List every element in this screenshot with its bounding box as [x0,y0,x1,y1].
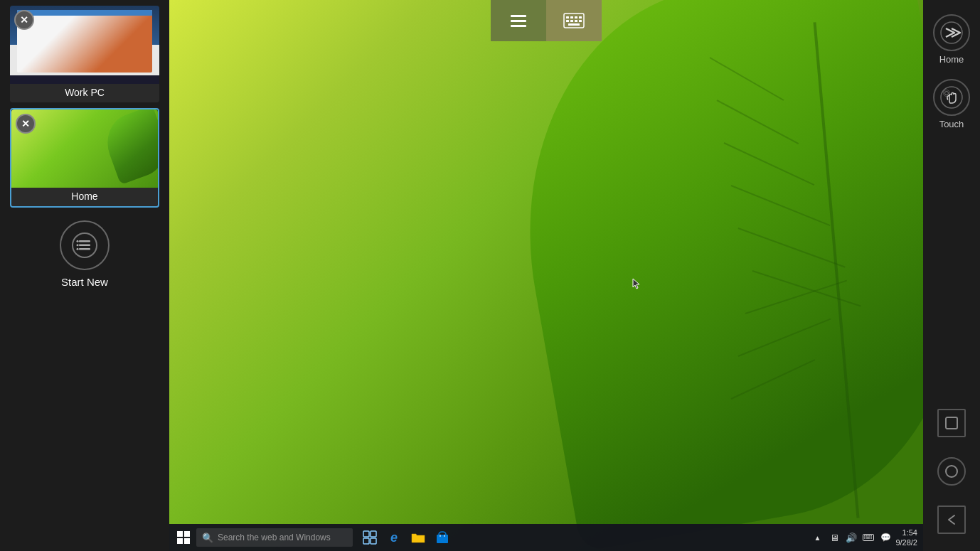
time-display: 1:54 [895,528,917,537]
explorer-icon [411,531,425,544]
svg-rect-3 [79,248,90,250]
svg-rect-10 [575,16,577,18]
session-card-home[interactable]: ✕ Home [10,108,159,208]
taskbar-apps: e [358,526,454,549]
svg-rect-1 [79,240,90,242]
svg-rect-21 [363,531,369,537]
svg-point-6 [77,248,79,250]
home-icon-circle [933,14,970,51]
home-remote-label: Home [939,54,964,65]
svg-rect-38 [946,417,957,429]
svg-rect-30 [870,535,872,537]
svg-rect-17 [177,531,183,537]
keyboard-button[interactable] [546,0,602,41]
top-toolbar [491,0,602,41]
back-nav-button[interactable] [937,505,966,534]
search-icon: 🔍 [202,533,213,543]
svg-rect-12 [566,20,569,22]
start-new-label: Start New [61,276,108,288]
notifications-icon[interactable]: 💬 [878,530,893,545]
touch-button[interactable]: Touch [923,72,980,137]
home-label: Home [11,188,158,206]
svg-rect-19 [177,538,183,544]
svg-point-36 [945,92,949,95]
svg-rect-16 [568,23,580,26]
windows-logo-icon [177,531,190,544]
svg-point-39 [946,466,957,477]
search-placeholder: Search the web and Windows [218,533,331,542]
svg-rect-28 [866,535,868,537]
circle-nav-icon [944,464,959,478]
taskbar-search[interactable]: 🔍 Search the web and Windows [196,528,353,547]
svg-rect-20 [184,538,190,544]
recents-nav-button[interactable] [937,409,966,437]
touch-label: Touch [939,119,964,129]
store-icon [436,531,449,544]
svg-rect-22 [371,531,376,537]
svg-rect-2 [79,245,90,247]
start-new-button[interactable]: Start New [60,220,110,288]
main-area: 🔍 Search the web and Windows e [169,0,923,551]
svg-rect-32 [866,537,870,539]
rdp-icon [940,21,963,44]
start-button[interactable] [172,526,195,549]
square-nav-icon [944,416,959,430]
svg-rect-27 [864,535,866,537]
leaf-decoration [508,0,923,551]
svg-rect-14 [575,20,577,22]
svg-rect-8 [566,16,569,18]
taskbar-tray: ▲ 🖥 🔊 💬 1: [810,528,920,548]
svg-rect-18 [184,531,190,537]
svg-rect-9 [570,16,573,18]
task-view-icon [363,530,377,545]
session-card-workpc[interactable]: ✕ Work PC [10,6,159,102]
svg-rect-25 [437,535,448,543]
svg-rect-33 [870,537,872,539]
svg-rect-13 [570,20,573,22]
start-new-icon [60,220,110,270]
svg-rect-24 [371,538,376,544]
svg-point-5 [77,244,79,246]
close-home-button[interactable]: ✕ [16,114,36,134]
keyboard-tray-icon[interactable] [861,530,875,545]
taskbar-time[interactable]: 1:54 9/28/2 [895,528,917,548]
right-panel: Home Touch [923,0,980,551]
svg-point-4 [77,240,79,242]
network-icon[interactable]: 🖥 [827,530,841,545]
svg-rect-15 [579,20,582,22]
keyboard-tray-svg-icon [863,534,874,541]
windows-taskbar: 🔍 Search the web and Windows e [169,524,923,551]
home-remote-button[interactable]: Home [923,7,980,72]
home-nav-button[interactable] [937,457,966,486]
date-display: 9/28/2 [895,537,917,547]
menu-icon [511,15,526,27]
tray-arrow-icon[interactable]: ▲ [810,530,824,545]
store-button[interactable] [431,526,454,549]
explorer-button[interactable] [407,526,430,549]
edge-button[interactable]: e [383,526,405,549]
svg-rect-31 [864,537,866,539]
svg-rect-11 [579,16,582,18]
desktop-wallpaper[interactable]: 🔍 Search the web and Windows e [169,0,923,551]
task-view-button[interactable] [358,526,381,549]
svg-rect-29 [868,535,870,537]
svg-point-37 [944,90,950,97]
touch-hand-icon [940,86,963,109]
svg-point-35 [941,87,962,108]
svg-rect-23 [363,538,369,544]
workpc-label: Work PC [10,84,159,102]
back-nav-icon [944,513,959,527]
close-workpc-button[interactable]: ✕ [14,10,34,30]
menu-button[interactable] [491,0,546,41]
keyboard-icon [563,13,585,28]
sidebar: ✕ Work PC ✕ Home [0,0,169,551]
volume-icon[interactable]: 🔊 [844,530,858,545]
touch-icon-circle [933,79,970,116]
